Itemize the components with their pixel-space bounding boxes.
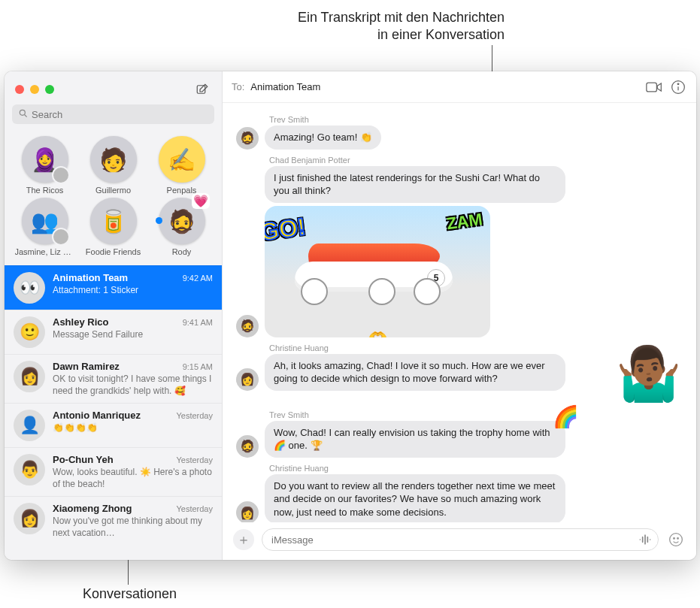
avatar: 🧔 (236, 315, 259, 337)
sticker-hands-icon: 🫶 (368, 328, 387, 337)
audio-message-button[interactable] (638, 532, 653, 549)
conversation-time: 9:41 AM (183, 318, 213, 327)
conversation-time: Yesterday (176, 455, 213, 464)
pinned-label: Jasmine, Liz &… (15, 247, 75, 256)
conversation-row[interactable]: 👩Dawn Ramirez9:15 AMOK to visit tonight?… (5, 354, 222, 403)
to-label: To: (232, 81, 244, 92)
conversation-header: To: Animation Team (223, 71, 696, 103)
window-controls (5, 71, 222, 104)
conversation-preview: Attachment: 1 Sticker (53, 285, 213, 297)
message-row: 👩Do you want to review all the renders t… (236, 474, 683, 522)
avatar: 🙂 (14, 316, 45, 348)
sticker-zam: ZAM (446, 207, 484, 234)
sender-label: Trev Smith (269, 410, 683, 419)
avatar: 👩 (14, 361, 45, 392)
pinned-conversation[interactable]: 🧕The Ricos (11, 136, 79, 195)
pinned-label: Penpals (167, 186, 197, 195)
compose-button[interactable] (193, 80, 211, 98)
svg-point-7 (674, 538, 675, 540)
conversation-time: Yesterday (176, 504, 213, 513)
callout-leader-bottom (128, 560, 129, 585)
conversation-time: 9:15 AM (183, 362, 213, 371)
avatar: ✍️ (159, 136, 205, 183)
details-button[interactable] (669, 78, 687, 96)
avatar: 👀 (14, 272, 45, 304)
facetime-button[interactable] (645, 78, 663, 96)
message-row: 🧔Wow, Chad! I can really envision us tak… (236, 421, 683, 458)
search-input[interactable] (12, 104, 214, 124)
search-icon (18, 108, 29, 121)
unread-dot (156, 217, 162, 224)
svg-point-6 (670, 534, 683, 546)
apps-button[interactable]: ＋ (233, 529, 254, 550)
composer: ＋ (223, 522, 696, 560)
callout-transcript: Ein Transkript mit den Nachrichten in ei… (135, 9, 505, 44)
conversation-row[interactable]: 👤Antonio ManriquezYesterday👏👏👏👏 (5, 403, 222, 447)
message-row: I just finished the latest renderings fo… (236, 166, 683, 203)
message-bubble[interactable]: I just finished the latest renderings fo… (265, 166, 565, 203)
conversation-list[interactable]: 👀Animation Team9:42 AMAttachment: 1 Stic… (5, 265, 222, 560)
minimize-window-button[interactable] (30, 85, 39, 94)
avatar: 👩 (14, 503, 45, 534)
avatar: 👨 (14, 454, 45, 485)
svg-point-4 (677, 83, 679, 85)
conversation-preview: Now you've got me thinking about my next… (53, 516, 213, 539)
conversation-preview: Wow, looks beautiful. ☀️ Here's a photo … (53, 467, 213, 490)
avatar: 🧔💗 (159, 198, 205, 244)
pinned-grid: 🧕The Ricos🧑Guillermo✍️Penpals👥Jasmine, L… (5, 132, 222, 265)
callout-conversations: Konversationen (83, 586, 177, 602)
pinned-conversation[interactable]: 🧑Guillermo (79, 136, 147, 195)
svg-point-1 (20, 110, 25, 115)
conversation-preview: 👏👏👏👏 (53, 422, 213, 434)
sender-label: Trev Smith (269, 115, 683, 124)
close-window-button[interactable] (15, 85, 24, 94)
pinned-conversation[interactable]: ✍️Penpals (147, 136, 216, 195)
conversation-name: Ashley Rico (53, 316, 108, 328)
zoom-window-button[interactable] (45, 85, 54, 94)
memoji-sticker: 🤷🏾‍♂️ (616, 347, 681, 400)
avatar: 🧑 (90, 136, 137, 183)
conversation-time: Yesterday (176, 411, 213, 420)
messages-window: 🧕The Ricos🧑Guillermo✍️Penpals👥Jasmine, L… (5, 71, 696, 560)
message-row: 🧔Amazing! Go team! 👏 (236, 126, 683, 150)
conversation-time: 9:42 AM (183, 274, 213, 283)
message-image[interactable]: 5GO!ZAM🫶 (265, 206, 490, 337)
pinned-label: The Ricos (26, 186, 64, 195)
conversation-row[interactable]: 👀Animation Team9:42 AMAttachment: 1 Stic… (5, 265, 222, 310)
avatar: 🧔 (236, 435, 259, 458)
avatar: 👩 (236, 501, 259, 522)
conversation-name: Animation Team (53, 272, 128, 283)
pinned-conversation[interactable]: 👥Jasmine, Liz &… (11, 198, 79, 256)
message-input[interactable] (262, 528, 659, 551)
callout-line1: Ein Transkript mit den Nachrichten (135, 9, 505, 26)
to-value[interactable]: Animation Team (250, 81, 320, 92)
avatar: 🧕 (22, 136, 68, 183)
sender-label: Christine Huang (269, 464, 683, 473)
transcript[interactable]: Trev Smith🧔Amazing! Go team! 👏Chad Benja… (223, 103, 696, 522)
conversation-row[interactable]: 👨Po-Chun YehYesterdayWow, looks beautifu… (5, 447, 222, 496)
avatar: 🥫 (90, 198, 137, 244)
message-bubble[interactable]: Amazing! Go team! 👏 (265, 126, 381, 150)
conversation-row[interactable]: 👩Xiaomeng ZhongYesterdayNow you've got m… (5, 496, 222, 545)
message-row: 🧔5GO!ZAM🫶 (236, 206, 683, 337)
callout-line2: in einer Konversation (135, 26, 505, 44)
emoji-picker-button[interactable] (666, 530, 686, 549)
pinned-conversation[interactable]: 🥫Foodie Friends (79, 198, 147, 256)
conversation-name: Po-Chun Yeh (53, 454, 114, 465)
message-bubble[interactable]: Do you want to review all the renders to… (265, 474, 565, 522)
avatar: 👤 (14, 410, 45, 441)
svg-rect-2 (647, 83, 657, 92)
sender-label: Chad Benjamin Potter (269, 156, 683, 165)
avatar: 👥 (22, 198, 68, 244)
conversation-name: Dawn Ramirez (53, 361, 120, 372)
conversation-row[interactable]: 🙂Ashley Rico9:41 AMMessage Send Failure (5, 310, 222, 354)
sticker-go: GO! (265, 210, 308, 249)
sidebar: 🧕The Ricos🧑Guillermo✍️Penpals👥Jasmine, L… (5, 71, 223, 560)
pinned-label: Foodie Friends (86, 247, 141, 256)
message-row: 👩Ah, it looks amazing, Chad! I love it s… (236, 354, 683, 391)
conversation-pane: To: Animation Team Trev Smith🧔Amazing! G… (223, 71, 696, 560)
pinned-conversation[interactable]: 🧔💗Rody (147, 198, 216, 256)
message-bubble[interactable]: Wow, Chad! I can really envision us taki… (265, 421, 565, 458)
rainbow-sticker: 🌈 (553, 403, 579, 431)
message-bubble[interactable]: Ah, it looks amazing, Chad! I love it so… (265, 354, 565, 391)
